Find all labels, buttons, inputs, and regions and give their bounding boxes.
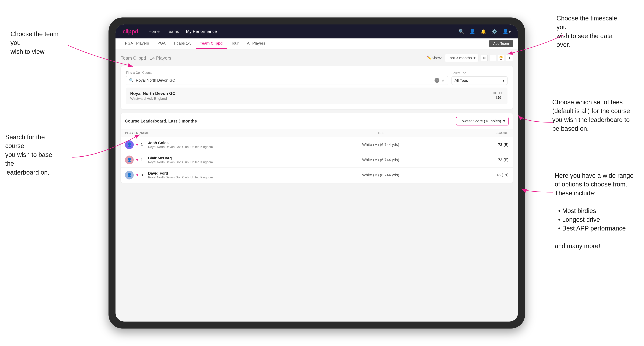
nav-links: Home Teams My Performance — [148, 29, 458, 34]
tab-tour[interactable]: Tour — [227, 38, 243, 49]
tee-select-dropdown[interactable]: All Tees ▾ — [452, 76, 508, 85]
tab-pgat-players[interactable]: PGAT Players — [121, 38, 153, 49]
team-title: Team Clippd | 14 Players — [121, 55, 424, 61]
player-count: | 14 Players — [147, 55, 171, 61]
tee-col-header: TEE — [317, 131, 445, 135]
list-view-button[interactable]: ☰ — [489, 55, 496, 61]
player-rank: 1 — [141, 158, 146, 162]
avatar: 👤 — [125, 156, 134, 164]
score-col-header: SCORE — [445, 131, 508, 135]
holes-label: Holes — [493, 92, 503, 95]
heart-icon[interactable]: ♥ — [136, 158, 138, 162]
grid-view-button[interactable]: ⊞ — [481, 55, 488, 61]
search-value: Royal North Devon GC — [136, 78, 434, 83]
find-course-label: Find a Golf Course — [126, 71, 448, 75]
favorite-button[interactable]: ★ — [441, 78, 445, 83]
player-club: Royal North Devon Golf Club, United King… — [148, 161, 213, 164]
table-row: 👤 ♥ 1 Blair McHarg Royal North Devon Gol… — [121, 152, 513, 168]
course-search-input[interactable]: 🔍 Royal North Devon GC ✕ ★ — [126, 76, 448, 85]
download-button[interactable]: ⬇ — [506, 55, 513, 61]
table-header: PLAYER NAME TEE SCORE — [121, 129, 513, 137]
leaderboard-header: Course Leaderboard, Last 3 months Lowest… — [121, 113, 513, 129]
select-tee-label: Select Tee — [452, 71, 508, 75]
tee-value: All Tees — [454, 78, 468, 83]
holes-value: 18 — [493, 95, 503, 100]
player-club: Royal North Devon Golf Club, United King… — [148, 145, 213, 149]
bell-icon[interactable]: 🔔 — [480, 29, 486, 34]
tab-hcaps[interactable]: Hcaps 1-5 — [170, 38, 196, 49]
score-type-value: Lowest Score (18 holes) — [460, 119, 501, 123]
annotation-middle-right-1: Choose which set of tees (default is all… — [552, 98, 630, 133]
player-info-col: 👤 ♥ 1 Blair McHarg Royal North Devon Gol… — [125, 156, 317, 164]
tab-pga[interactable]: PGA — [153, 38, 170, 49]
app-container: clippd Home Teams My Performance 🔍 👤 🔔 ⚙… — [116, 24, 518, 322]
show-controls: Show: Last 3 months ▾ ⊞ ☰ 🏆 ⬇ — [432, 54, 513, 62]
avatar: 👤 — [125, 171, 134, 179]
chevron-down-icon: ▾ — [502, 78, 504, 83]
filter-card: Find a Golf Course 🔍 Royal North Devon G… — [121, 66, 513, 109]
app-logo: clippd — [122, 28, 138, 35]
score-type-dropdown[interactable]: Lowest Score (18 holes) ▾ — [456, 117, 508, 126]
tab-team-clippd[interactable]: Team Clippd — [196, 38, 227, 49]
player-club: Royal North Devon Golf Club, United King… — [148, 176, 213, 179]
score-col: 72 (E) — [445, 158, 508, 162]
tee-col: White (M) (6,744 yds) — [317, 173, 445, 177]
holes-box: Holes 18 — [493, 92, 503, 100]
player-details: Blair McHarg Royal North Devon Golf Club… — [148, 156, 213, 164]
view-icons: ⊞ ☰ 🏆 ⬇ — [481, 55, 513, 61]
search-icon: 🔍 — [129, 78, 134, 83]
player-details: David Ford Royal North Devon Golf Club, … — [148, 171, 213, 179]
tablet-frame: clippd Home Teams My Performance 🔍 👤 🔔 ⚙… — [108, 17, 525, 329]
content-area: Team Clippd | 14 Players ✏️ Show: Last 3… — [116, 49, 518, 322]
player-name: Josh Coles — [148, 141, 213, 145]
sub-nav: PGAT Players PGA Hcaps 1-5 Team Clippd T… — [116, 38, 518, 49]
tab-all-players[interactable]: All Players — [243, 38, 269, 49]
avatar: 👤 — [125, 140, 134, 149]
annotation-middle-right-2: Here you have a wide range of options to… — [555, 171, 634, 251]
chevron-down-icon: ▾ — [474, 56, 476, 60]
player-name: David Ford — [148, 171, 213, 176]
tee-col: White (M) (6,744 yds) — [317, 142, 445, 147]
tee-col: White (M) (6,744 yds) — [317, 158, 445, 162]
tee-filter-group: Select Tee All Tees ▾ — [452, 71, 508, 85]
top-nav: clippd Home Teams My Performance 🔍 👤 🔔 ⚙… — [116, 24, 518, 38]
nav-icons: 🔍 👤 🔔 ⚙️ 👤▾ — [458, 29, 511, 34]
course-filter-group: Find a Golf Course 🔍 Royal North Devon G… — [126, 71, 448, 85]
clear-search-button[interactable]: ✕ — [434, 78, 440, 83]
player-info-col: 👤 ♥ 3 David Ford Royal North Devon Golf … — [125, 171, 317, 179]
nav-teams[interactable]: Teams — [166, 29, 179, 34]
sub-nav-tabs: PGAT Players PGA Hcaps 1-5 Team Clippd T… — [121, 38, 489, 49]
people-icon[interactable]: 👤 — [469, 29, 476, 34]
filter-row: Find a Golf Course 🔍 Royal North Devon G… — [126, 71, 508, 85]
score-col: 73 (+1) — [445, 173, 508, 177]
settings-icon[interactable]: ⚙️ — [492, 29, 498, 34]
heart-icon[interactable]: ♥ — [136, 143, 138, 147]
edit-icon[interactable]: ✏️ — [427, 56, 432, 60]
course-name: Royal North Devon GC — [130, 91, 176, 96]
annotation-top-right: Choose the timescale you wish to see the… — [556, 14, 623, 49]
nav-home[interactable]: Home — [148, 29, 160, 34]
player-col-header: PLAYER NAME — [125, 131, 317, 135]
user-avatar-icon[interactable]: 👤▾ — [502, 29, 511, 34]
period-dropdown[interactable]: Last 3 months ▾ — [445, 54, 478, 62]
course-info: Royal North Devon GC Westward Ho!, Engla… — [130, 91, 176, 101]
player-rank: 1 — [141, 142, 146, 147]
player-info-col: 👤 ♥ 1 Josh Coles Royal North Devon Golf … — [125, 140, 317, 149]
annotation-middle-left: Search for the course you wish to base t… — [5, 133, 61, 177]
team-header: Team Clippd | 14 Players ✏️ Show: Last 3… — [121, 54, 513, 62]
score-col: 72 (E) — [445, 142, 508, 147]
player-details: Josh Coles Royal North Devon Golf Club, … — [148, 141, 213, 149]
show-label: Show: — [432, 56, 442, 60]
trophy-view-button[interactable]: 🏆 — [498, 55, 504, 61]
table-row: 👤 ♥ 3 David Ford Royal North Devon Golf … — [121, 168, 513, 183]
heart-icon[interactable]: ♥ — [136, 173, 138, 177]
tablet-screen: clippd Home Teams My Performance 🔍 👤 🔔 ⚙… — [116, 24, 518, 322]
leaderboard-title: Course Leaderboard, Last 3 months — [125, 119, 456, 124]
add-team-button[interactable]: Add Team — [489, 40, 513, 47]
course-location: Westward Ho!, England — [130, 97, 176, 101]
player-name: Blair McHarg — [148, 156, 213, 161]
player-rank: 3 — [141, 173, 146, 177]
nav-my-performance[interactable]: My Performance — [186, 29, 217, 34]
search-icon[interactable]: 🔍 — [458, 29, 464, 34]
course-result: Royal North Devon GC Westward Ho!, Engla… — [126, 88, 508, 104]
